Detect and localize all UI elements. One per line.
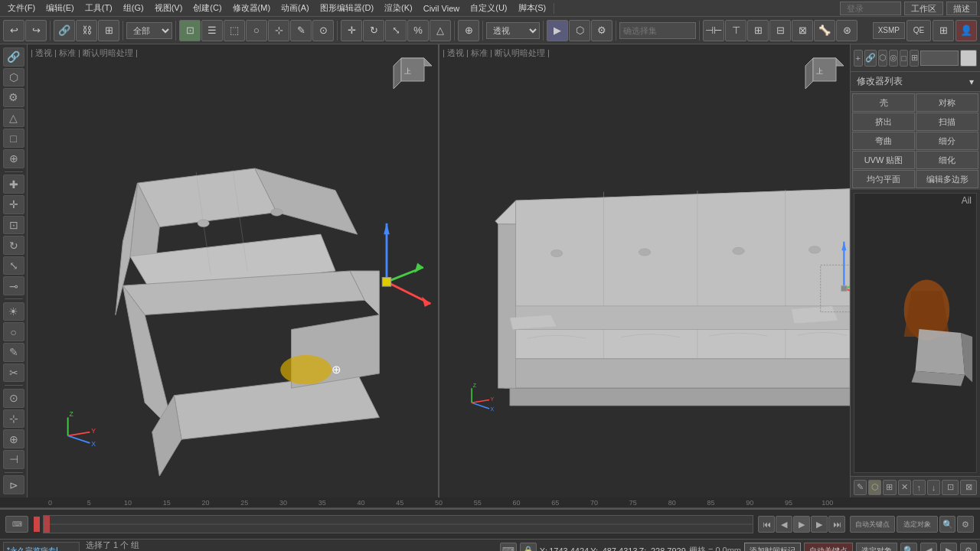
lt-scale2-btn[interactable]: ⤡ [3,256,24,276]
rp-display-button[interactable]: □ [900,50,909,67]
mirror-button[interactable]: ⊣⊢ [703,20,724,41]
lt-brush-btn[interactable]: ⊹ [3,409,24,429]
grid-view-button[interactable]: ⊟ [769,20,791,41]
render-button[interactable]: ▶ [547,20,568,41]
menu-script[interactable]: 脚本(S) [514,1,551,15]
menu-customize[interactable]: 自定义(U) [466,1,511,15]
lasso-select-button[interactable]: ⊹ [268,20,289,41]
anim-play[interactable]: ▶ [793,516,810,533]
mod-sweep[interactable]: 扫描 [916,112,978,131]
menu-file[interactable]: 文件(F) [3,1,40,15]
bone-button[interactable]: 🦴 [814,20,835,41]
playhead[interactable] [44,516,50,533]
rp-delete-button[interactable]: ✕ [898,480,911,495]
paint-select-button[interactable]: ✎ [290,20,312,41]
status-next-btn[interactable]: ▶ [940,543,957,552]
scale-button[interactable]: ⤡ [385,20,407,41]
named-selection-input[interactable] [619,22,696,39]
anim-prev-frame[interactable]: ◀ [776,516,792,533]
tl-settings[interactable]: ⚙ [957,516,974,533]
snap-button[interactable]: △ [430,20,451,41]
rp-motion-button[interactable]: ◎ [889,50,898,67]
select-name-button[interactable]: ☰ [201,20,223,41]
lt-display-btn[interactable]: □ [3,129,24,148]
lt-mirror-btn[interactable]: ⊣ [3,450,24,469]
anim-next-key[interactable]: ⏭ [828,516,845,533]
menu-graph-editor[interactable]: 图形编辑器(D) [315,1,378,15]
rp-down-button[interactable]: ↓ [927,480,940,495]
status-keyboard-btn[interactable]: ⌨ [500,543,517,552]
rp-paste-button[interactable]: ⊠ [960,480,977,495]
status-prev-btn[interactable]: ◀ [920,543,937,552]
quick-render-button[interactable]: ⬡ [569,20,590,41]
isolate-button[interactable]: ⊙ [312,20,334,41]
menu-modifier[interactable]: 修改器(M) [228,1,276,15]
viewport-left[interactable]: | 透视 | 标准 | 断认明暗处理 | 上 [28,44,439,497]
link-button[interactable]: 🔗 [54,20,75,41]
render-setup-button[interactable]: ⚙ [591,20,612,41]
scrubber-area[interactable] [43,515,753,533]
rp-highlight-button[interactable]: ⬡ [868,480,881,495]
align-button[interactable]: ⊤ [725,20,746,41]
percent-button[interactable]: % [407,20,429,41]
modifier-list-chevron[interactable]: ▾ [969,77,974,87]
workspace-button[interactable]: 工作区 [904,2,943,15]
menu-animation[interactable]: 动画(A) [276,1,314,15]
move-button[interactable]: ✛ [341,20,362,41]
rp-color-button[interactable] [960,50,977,67]
lt-select2-btn[interactable]: ⊡ [3,216,24,235]
lt-motion-btn[interactable]: △ [3,109,24,128]
scene-manager-button[interactable]: ⊞ [933,20,954,41]
lt-util-btn[interactable]: ⊕ [3,149,24,168]
undo-button[interactable]: ↩ [3,20,24,41]
rp-add-button[interactable]: + [854,50,863,67]
mod-uniformplane[interactable]: 均匀平面 [852,170,915,188]
tl-select-obj[interactable]: 选定对象 [897,516,938,533]
lt-pencil-btn[interactable]: ✎ [3,343,24,362]
anim-next-frame[interactable]: ▶ [811,516,828,533]
lt-magnet-btn[interactable]: ⊙ [3,389,24,408]
mod-subdivision[interactable]: 细分 [916,132,978,150]
menu-view[interactable]: 视图(V) [150,1,188,15]
menu-edit[interactable]: 编辑(E) [41,1,79,15]
status-addon-btn[interactable]: 添加时间标记 [744,543,801,552]
mod-bend[interactable]: 弯曲 [852,132,915,150]
tl-add-time[interactable]: 自动关键点 [850,516,895,533]
tl-keys-btn[interactable]: ⌨ [5,516,28,533]
unlink-button[interactable]: ⛓ [76,20,97,41]
anim-prev-key[interactable]: ⏮ [758,516,775,533]
status-config-btn[interactable]: ⚙ [960,543,977,552]
lt-link-btn[interactable]: 🔗 [3,47,24,67]
status-search-btn[interactable]: 🔍 [900,543,917,552]
viewport-right[interactable]: | 透视 | 标准 | 断认明暗处理 | 上 [439,44,850,497]
mod-symmetry[interactable]: 对称 [916,93,978,112]
redo-button[interactable]: ↪ [25,20,47,41]
layer-button[interactable]: ⊠ [792,20,813,41]
search-input[interactable] [840,2,901,15]
rp-link-button[interactable]: 🔗 [864,50,877,67]
status-select-btn[interactable]: 选定对象 [856,543,897,552]
rp-props-button[interactable]: ⊞ [883,480,896,495]
layout-button[interactable]: 描述 [946,2,977,15]
tl-zoom[interactable]: 🔍 [939,516,956,533]
lt-create-btn[interactable]: ✚ [3,174,24,194]
user-account-button[interactable]: 👤 [956,20,977,41]
pivot-button[interactable]: ⊕ [458,20,479,41]
circle-select-button[interactable]: ○ [246,20,267,41]
mod-refine[interactable]: 细化 [916,151,978,169]
lt-clone-btn[interactable]: ⊕ [3,429,24,448]
mod-extrude[interactable]: 挤出 [852,112,915,131]
viewport-combo[interactable]: 透视 [486,22,540,39]
mod-editpoly[interactable]: 编辑多边形 [916,170,978,188]
bind-button[interactable]: ⊞ [98,20,119,41]
mod-uvw[interactable]: UVW 贴图 [852,151,915,169]
rp-num-input[interactable]: 61 [920,51,959,66]
lt-rotate2-btn[interactable]: ↻ [3,236,24,255]
lt-move2-btn[interactable]: ✛ [3,195,24,214]
xsmp-button[interactable]: XSMP [873,22,905,39]
lt-paint-btn[interactable]: ⊸ [3,276,24,295]
mod-shell[interactable]: 壳 [852,93,915,112]
lt-hierarchy-btn[interactable]: ⚙ [3,88,24,107]
menu-group[interactable]: 组(G) [119,1,149,15]
vp-right-cube-gizmo[interactable]: 上 [798,51,844,96]
